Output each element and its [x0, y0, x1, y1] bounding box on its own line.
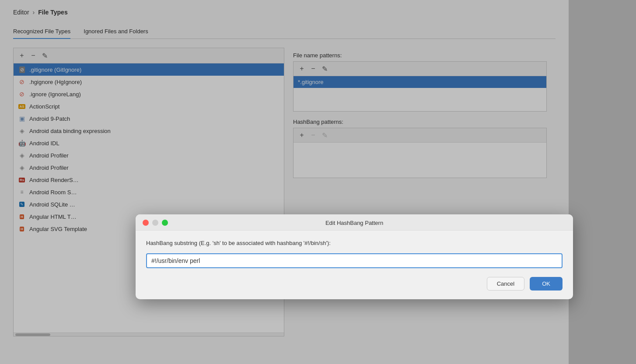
cancel-button[interactable]: Cancel: [487, 277, 524, 290]
modal-overlay: Edit HashBang Pattern HashBang substring…: [0, 0, 636, 364]
ok-button[interactable]: OK: [530, 277, 563, 290]
modal-titlebar: Edit HashBang Pattern: [136, 214, 573, 231]
modal-buttons: Cancel OK: [146, 277, 563, 290]
window-controls: [143, 220, 168, 226]
modal-title: Edit HashBang Pattern: [325, 220, 383, 226]
window-close-button[interactable]: [143, 220, 149, 226]
modal-body: HashBang substring (E.g. 'sh' to be asso…: [136, 231, 573, 299]
edit-hashbang-dialog: Edit HashBang Pattern HashBang substring…: [136, 214, 573, 299]
hashbang-input[interactable]: [146, 253, 563, 268]
window-maximize-button[interactable]: [162, 220, 168, 226]
window-minimize-button[interactable]: [152, 220, 158, 226]
modal-description: HashBang substring (E.g. 'sh' to be asso…: [146, 239, 563, 247]
